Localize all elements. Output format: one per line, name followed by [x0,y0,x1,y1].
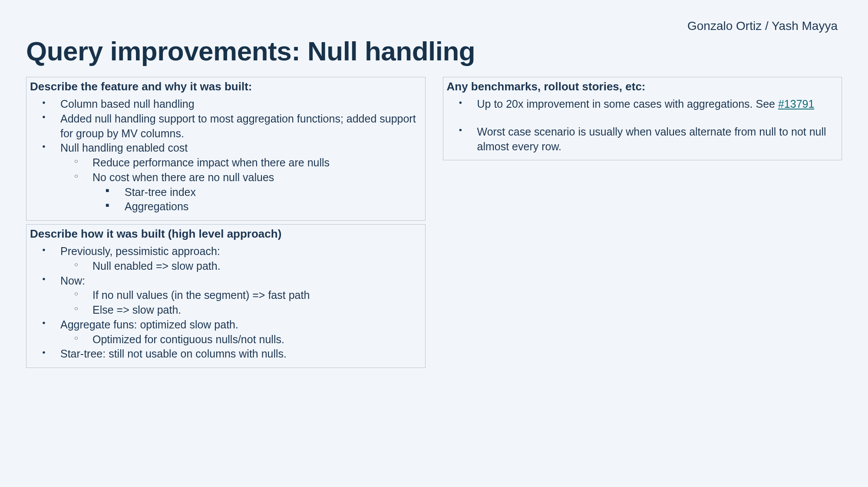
list-item: Now: If no null values (in the segment) … [30,274,422,318]
list-item: No cost when there are no null values St… [60,170,422,214]
right-column: Any benchmarks, rollout stories, etc: Up… [443,77,842,164]
list-item: Up to 20x improvement in some cases with… [447,97,838,112]
approach-card: Describe how it was built (high level ap… [26,224,426,368]
spacer [447,112,838,125]
issue-link[interactable]: #13791 [778,98,814,110]
list-item: Column based null handling [30,97,422,112]
list-item: Star-tree: still not usable on columns w… [30,347,422,361]
list-item: Null enabled => slow path. [60,259,422,274]
list-item: Null handling enabled cost Reduce perfor… [30,141,422,214]
list-item-text: Previously, pessimistic approach: [60,245,220,257]
list-item: Star-tree index [92,185,422,200]
list-item: Aggregate funs: optimized slow path. Opt… [30,318,422,347]
benchmarks-card-heading: Any benchmarks, rollout stories, etc: [447,80,838,93]
list-item-text: Now: [60,275,85,287]
list-item: Optimized for contiguous nulls/not nulls… [60,332,422,347]
left-column: Describe the feature and why it was buil… [26,77,426,371]
list-item-text: Up to 20x improvement in some cases with… [477,98,778,110]
feature-card-heading: Describe the feature and why it was buil… [30,80,422,93]
benchmarks-card: Any benchmarks, rollout stories, etc: Up… [443,77,842,160]
list-item-text: Null handling enabled cost [60,142,188,154]
content-columns: Describe the feature and why it was buil… [26,77,842,371]
list-item-text: Aggregate funs: optimized slow path. [60,318,238,331]
authors-text: Gonzalo Ortiz / Yash Mayya [687,19,838,33]
feature-card: Describe the feature and why it was buil… [26,77,426,221]
page-title: Query improvements: Null handling [26,36,842,66]
list-item: Previously, pessimistic approach: Null e… [30,244,422,274]
list-item: Worst case scenario is usually when valu… [447,125,838,154]
list-item: If no null values (in the segment) => fa… [60,288,422,303]
list-item: Else => slow path. [60,303,422,318]
approach-card-heading: Describe how it was built (high level ap… [30,227,422,241]
list-item: Added null handling support to most aggr… [30,112,422,141]
list-item: Aggregations [92,199,422,214]
list-item: Reduce performance impact when there are… [60,156,422,170]
list-item-text: No cost when there are no null values [92,171,274,183]
